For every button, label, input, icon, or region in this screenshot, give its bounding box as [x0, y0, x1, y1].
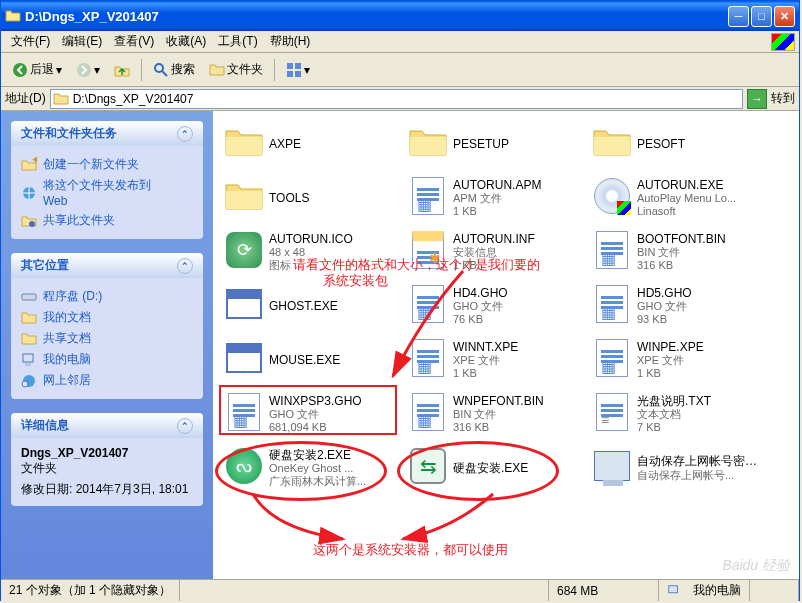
search-icon — [153, 62, 169, 78]
file-meta: 316 KB — [637, 259, 726, 272]
docs-icon — [21, 310, 37, 326]
collapse-icon: ⌃ — [177, 418, 193, 434]
file-meta: APM 文件 — [453, 192, 541, 205]
folder-icon — [591, 121, 633, 163]
task-label: 创建一个新文件夹 — [43, 156, 139, 173]
panel-title: 其它位置 — [21, 257, 69, 274]
menu-view[interactable]: 查看(V) — [108, 31, 160, 52]
details-type: 文件夹 — [21, 460, 193, 477]
file-pane[interactable]: AXPEPESETUPPESOFTTOOLSAUTORUN.APMAPM 文件1… — [213, 111, 799, 579]
file-item[interactable]: HD4.GHOGHO 文件76 KB — [407, 283, 587, 329]
back-button[interactable]: 后退 ▾ — [7, 58, 67, 81]
file-name: AUTORUN.ICO — [269, 232, 353, 246]
file-item[interactable]: GHOST.EXE — [223, 283, 403, 329]
link-label: 网上邻居 — [43, 372, 91, 389]
file-meta: 图标 — [269, 259, 353, 272]
file-name: WINXPSP3.GHO — [269, 394, 362, 408]
file-item[interactable]: AXPE — [223, 121, 403, 167]
status-objects: 21 个对象（加 1 个隐藏对象） — [1, 580, 180, 601]
doc-grid-icon — [407, 283, 449, 325]
file-item[interactable]: MOUSE.EXE — [223, 337, 403, 383]
computer-icon — [21, 352, 37, 368]
search-button[interactable]: 搜索 — [148, 58, 200, 81]
file-item[interactable]: AUTORUN.APMAPM 文件1 KB — [407, 175, 587, 221]
panel-title: 详细信息 — [21, 417, 69, 434]
mydocs-link[interactable]: 我的文档 — [21, 307, 193, 328]
status-size: 684 MB — [549, 580, 659, 601]
other-panel-header[interactable]: 其它位置 ⌃ — [11, 253, 203, 278]
svg-point-14 — [22, 381, 28, 387]
gear-note-icon — [407, 229, 449, 271]
ico-icon: ⟳ — [223, 229, 265, 271]
doc-grid-icon — [407, 391, 449, 433]
menu-edit[interactable]: 编辑(E) — [56, 31, 108, 52]
menu-help[interactable]: 帮助(H) — [264, 31, 317, 52]
network-link[interactable]: 网上邻居 — [21, 370, 193, 391]
file-item[interactable]: WINXPSP3.GHOGHO 文件681,094 KB — [223, 391, 403, 437]
folders-label: 文件夹 — [227, 61, 263, 78]
svg-point-0 — [13, 63, 27, 77]
sidebar: 文件和文件夹任务 ⌃ ✦创建一个新文件夹 将这个文件夹发布到 Web 共享此文件… — [1, 111, 213, 579]
menu-file[interactable]: 文件(F) — [5, 31, 56, 52]
file-item[interactable]: ⇆硬盘安装.EXE — [407, 445, 587, 491]
file-item[interactable]: ᔓ硬盘安装2.EXEOneKey Ghost ...广东雨林木风计算... — [223, 445, 403, 491]
file-meta: 安装信息 — [453, 246, 535, 259]
file-item[interactable]: ⟳AUTORUN.ICO48 x 48图标 — [223, 229, 403, 275]
file-item[interactable]: WINNT.XPEXPE 文件1 KB — [407, 337, 587, 383]
address-input[interactable] — [50, 89, 743, 109]
menu-tools[interactable]: 工具(T) — [212, 31, 263, 52]
file-item[interactable]: PESETUP — [407, 121, 587, 167]
file-item[interactable]: PESOFT — [591, 121, 771, 167]
details-panel-header[interactable]: 详细信息 ⌃ — [11, 413, 203, 438]
file-item[interactable]: HD5.GHOGHO 文件93 KB — [591, 283, 771, 329]
exe-icon — [223, 283, 265, 325]
file-item[interactable]: BOOTFONT.BINBIN 文件316 KB — [591, 229, 771, 275]
file-meta: AutoPlay Menu Lo... — [637, 192, 736, 205]
file-item[interactable]: 光盘说明.TXT文本文档7 KB — [591, 391, 771, 437]
menu-fav[interactable]: 收藏(A) — [160, 31, 212, 52]
chevron-down-icon: ▾ — [56, 63, 62, 77]
file-name: 硬盘安装2.EXE — [269, 448, 366, 462]
up-button[interactable] — [109, 59, 135, 81]
file-name: TOOLS — [269, 191, 309, 205]
go-button[interactable]: → — [747, 89, 767, 109]
file-name: AXPE — [269, 137, 301, 151]
arrows-icon: ⇆ — [407, 445, 449, 487]
file-item[interactable]: WNPEFONT.BINBIN 文件316 KB — [407, 391, 587, 437]
address-label: 地址(D) — [5, 90, 46, 107]
task-label: 将这个文件夹发布到 Web — [43, 177, 151, 208]
file-meta: 48 x 48 — [269, 246, 353, 259]
file-item[interactable]: 自动保存上网帐号密码到U盘.EXE自动保存上网帐号... — [591, 445, 771, 491]
mycomp-link[interactable]: 我的电脑 — [21, 349, 193, 370]
share-task[interactable]: 共享此文件夹 — [21, 210, 193, 231]
txt-icon — [591, 391, 633, 433]
svg-text:✦: ✦ — [31, 157, 37, 167]
file-meta: 1 KB — [453, 367, 518, 380]
svg-point-2 — [155, 64, 163, 72]
file-name: MOUSE.EXE — [269, 353, 340, 367]
file-name: 自动保存上网帐号密码到U盘.EXE — [637, 454, 767, 468]
folders-button[interactable]: 文件夹 — [204, 58, 268, 81]
search-label: 搜索 — [171, 61, 195, 78]
file-meta: GHO 文件 — [637, 300, 692, 313]
file-item[interactable]: AUTORUN.EXEAutoPlay Menu Lo...Linasoft — [591, 175, 771, 221]
tasks-panel-header[interactable]: 文件和文件夹任务 ⌃ — [11, 121, 203, 146]
file-meta: 76 KB — [453, 313, 508, 326]
views-button[interactable]: ▾ — [281, 59, 315, 81]
publish-task[interactable]: 将这个文件夹发布到 Web — [21, 175, 193, 210]
new-folder-task[interactable]: ✦创建一个新文件夹 — [21, 154, 193, 175]
file-item[interactable]: TOOLS — [223, 175, 403, 221]
forward-button[interactable]: ▾ — [71, 59, 105, 81]
file-item[interactable]: AUTORUN.INF安装信息1 KB — [407, 229, 587, 275]
svg-rect-15 — [669, 585, 678, 592]
maximize-button[interactable]: □ — [751, 6, 772, 27]
file-item[interactable]: WINPE.XPEXPE 文件1 KB — [591, 337, 771, 383]
doc-grid-icon — [591, 229, 633, 271]
disk-link[interactable]: 程序盘 (D:) — [21, 286, 193, 307]
tasks-panel: 文件和文件夹任务 ⌃ ✦创建一个新文件夹 将这个文件夹发布到 Web 共享此文件… — [11, 121, 203, 239]
shared-link[interactable]: 共享文档 — [21, 328, 193, 349]
file-name: GHOST.EXE — [269, 299, 338, 313]
minimize-button[interactable]: ─ — [728, 6, 749, 27]
annotation-text-2: 这两个是系统安装器，都可以使用 — [313, 541, 508, 559]
close-button[interactable]: ✕ — [774, 6, 795, 27]
